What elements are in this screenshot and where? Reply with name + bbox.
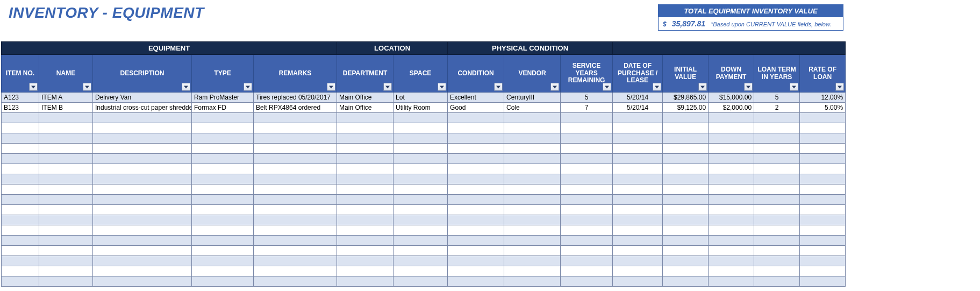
cell-empty[interactable] <box>93 133 192 144</box>
cell-empty[interactable] <box>254 236 337 246</box>
cell-empty[interactable] <box>337 276 394 287</box>
cell-empty[interactable] <box>754 266 800 276</box>
cell-empty[interactable] <box>448 256 504 266</box>
cell-empty[interactable] <box>504 246 561 256</box>
cell-empty[interactable] <box>192 225 254 236</box>
cell-empty[interactable] <box>39 164 93 174</box>
cell-empty[interactable] <box>337 205 394 215</box>
cell-empty[interactable] <box>39 215 93 225</box>
cell-empty[interactable] <box>93 246 192 256</box>
cell-empty[interactable] <box>394 236 448 246</box>
cell-empty[interactable] <box>663 195 709 205</box>
cell-empty[interactable] <box>337 236 394 246</box>
cell-empty[interactable] <box>448 184 504 195</box>
cell-empty[interactable] <box>39 256 93 266</box>
cell-empty[interactable] <box>93 154 192 164</box>
cell-date-purchase[interactable]: 5/20/14 <box>613 93 663 103</box>
cell-empty[interactable] <box>337 174 394 184</box>
cell-empty[interactable] <box>448 246 504 256</box>
cell-empty[interactable] <box>2 236 39 246</box>
cell-empty[interactable] <box>613 174 663 184</box>
cell-empty[interactable] <box>613 154 663 164</box>
cell-empty[interactable] <box>709 276 754 287</box>
cell-empty[interactable] <box>254 113 337 123</box>
cell-empty[interactable] <box>39 133 93 144</box>
cell-empty[interactable] <box>800 123 846 133</box>
cell-empty[interactable] <box>39 144 93 154</box>
cell-down-payment[interactable]: $15,000.00 <box>709 93 754 103</box>
table-row[interactable] <box>2 184 846 195</box>
table-row[interactable] <box>2 266 846 276</box>
cell-empty[interactable] <box>663 133 709 144</box>
cell-empty[interactable] <box>800 246 846 256</box>
cell-empty[interactable] <box>448 225 504 236</box>
table-row[interactable] <box>2 205 846 215</box>
cell-empty[interactable] <box>709 266 754 276</box>
cell-empty[interactable] <box>39 266 93 276</box>
cell-empty[interactable] <box>192 276 254 287</box>
table-row[interactable] <box>2 113 846 123</box>
cell-space[interactable]: Utility Room <box>394 103 448 113</box>
cell-empty[interactable] <box>561 164 613 174</box>
cell-empty[interactable] <box>254 195 337 205</box>
cell-empty[interactable] <box>709 215 754 225</box>
cell-empty[interactable] <box>561 123 613 133</box>
cell-empty[interactable] <box>800 256 846 266</box>
cell-empty[interactable] <box>93 256 192 266</box>
cell-empty[interactable] <box>800 266 846 276</box>
cell-empty[interactable] <box>39 225 93 236</box>
cell-empty[interactable] <box>504 236 561 246</box>
cell-empty[interactable] <box>2 256 39 266</box>
cell-empty[interactable] <box>254 266 337 276</box>
cell-empty[interactable] <box>254 205 337 215</box>
cell-empty[interactable] <box>2 215 39 225</box>
table-row[interactable] <box>2 144 846 154</box>
cell-condition[interactable]: Good <box>448 103 504 113</box>
cell-empty[interactable] <box>394 215 448 225</box>
cell-remarks[interactable]: Belt RPX4864 ordered <box>254 103 337 113</box>
cell-empty[interactable] <box>663 113 709 123</box>
filter-dropdown-icon[interactable] <box>835 83 844 91</box>
cell-empty[interactable] <box>93 144 192 154</box>
cell-empty[interactable] <box>800 113 846 123</box>
filter-dropdown-icon[interactable] <box>383 83 392 91</box>
cell-empty[interactable] <box>504 123 561 133</box>
cell-empty[interactable] <box>504 276 561 287</box>
cell-empty[interactable] <box>613 215 663 225</box>
cell-empty[interactable] <box>561 215 613 225</box>
cell-down-payment[interactable]: $2,000.00 <box>709 103 754 113</box>
cell-rate-loan[interactable]: 12.00% <box>800 93 846 103</box>
cell-empty[interactable] <box>561 236 613 246</box>
cell-empty[interactable] <box>504 154 561 164</box>
cell-department[interactable]: Main Office <box>337 93 394 103</box>
cell-empty[interactable] <box>2 133 39 144</box>
cell-empty[interactable] <box>93 113 192 123</box>
cell-empty[interactable] <box>2 154 39 164</box>
cell-empty[interactable] <box>504 113 561 123</box>
cell-empty[interactable] <box>613 225 663 236</box>
cell-empty[interactable] <box>192 154 254 164</box>
cell-empty[interactable] <box>394 225 448 236</box>
cell-vendor[interactable]: CenturyIII <box>504 93 561 103</box>
cell-empty[interactable] <box>93 123 192 133</box>
cell-empty[interactable] <box>504 215 561 225</box>
cell-empty[interactable] <box>613 133 663 144</box>
cell-empty[interactable] <box>2 195 39 205</box>
cell-empty[interactable] <box>93 164 192 174</box>
cell-empty[interactable] <box>800 184 846 195</box>
cell-empty[interactable] <box>504 195 561 205</box>
cell-empty[interactable] <box>754 236 800 246</box>
table-row[interactable]: B123ITEM BIndustrial cross-cut paper shr… <box>2 103 846 113</box>
cell-empty[interactable] <box>192 256 254 266</box>
filter-dropdown-icon[interactable] <box>182 83 190 91</box>
cell-empty[interactable] <box>709 256 754 266</box>
cell-empty[interactable] <box>448 215 504 225</box>
cell-empty[interactable] <box>337 246 394 256</box>
cell-empty[interactable] <box>93 215 192 225</box>
cell-empty[interactable] <box>613 164 663 174</box>
cell-empty[interactable] <box>192 195 254 205</box>
table-row[interactable] <box>2 174 846 184</box>
cell-empty[interactable] <box>561 256 613 266</box>
cell-empty[interactable] <box>93 205 192 215</box>
cell-empty[interactable] <box>709 113 754 123</box>
